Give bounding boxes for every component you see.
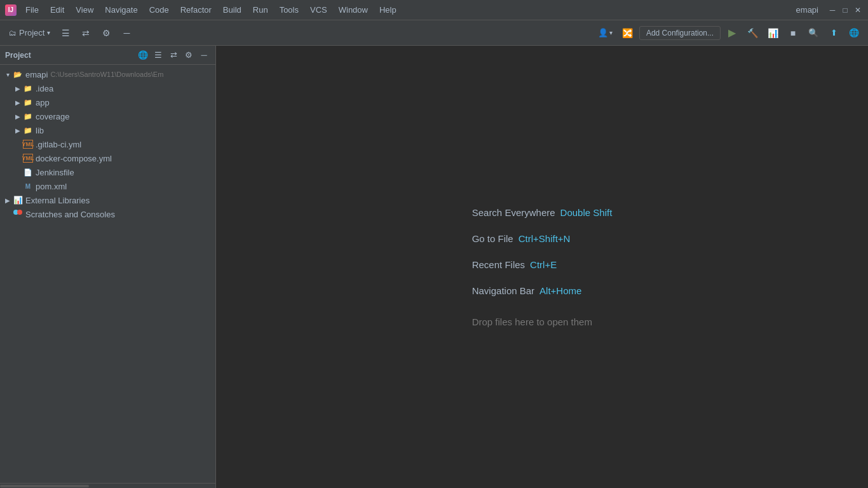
menu-bar: File Edit View Navigate Code Refactor Bu…	[20, 4, 787, 16]
title-bar: IJ File Edit View Navigate Code Refactor…	[0, 0, 868, 20]
tree-item-app[interactable]: ▶ 📁 app	[0, 95, 215, 109]
root-label: emapi	[25, 70, 48, 79]
menu-run[interactable]: Run	[248, 4, 273, 16]
hide-sidebar-btn[interactable]: ─	[118, 24, 135, 42]
navigation-bar-label: Navigation Bar	[472, 285, 534, 296]
external-libraries-label: External Libraries	[25, 196, 90, 205]
coverage-label: coverage	[36, 112, 69, 121]
navigation-bar-row: Navigation Bar Alt+Home	[472, 285, 613, 296]
navigation-bar-shortcut: Alt+Home	[539, 285, 581, 296]
scratches-icon	[13, 209, 23, 219]
minimize-button[interactable]: ─	[827, 5, 837, 15]
menu-tools[interactable]: Tools	[275, 4, 304, 16]
tree-item-coverage[interactable]: ▶ 📁 coverage	[0, 109, 215, 123]
main-layout: Project 🌐 ☰ ⇄ ⚙ ─ ▾ 📂 emapi C:\Users\San…	[0, 46, 868, 488]
coverage-button[interactable]: 📊	[764, 24, 782, 42]
window-title: emapi	[796, 5, 818, 15]
menu-navigate[interactable]: Navigate	[100, 4, 142, 16]
sidebar-locate-btn[interactable]: 🌐	[137, 49, 149, 62]
sidebar: Project 🌐 ☰ ⇄ ⚙ ─ ▾ 📂 emapi C:\Users\San…	[0, 46, 216, 488]
collapse-all-btn[interactable]: ☰	[57, 24, 74, 42]
toolbar-right: 👤 ▾ 🔀 Add Configuration... ▶ 🔨 📊 ■ 🔍 ⬆ 🌐	[594, 24, 863, 42]
menu-file[interactable]: File	[20, 4, 44, 16]
go-to-file-row: Go to File Ctrl+Shift+N	[472, 233, 613, 244]
menu-refactor[interactable]: Refactor	[175, 4, 217, 16]
settings-btn[interactable]: ⚙	[97, 24, 115, 42]
sort-btn[interactable]: ⇄	[77, 24, 95, 42]
drop-files-row: Drop files here to open them	[472, 311, 613, 327]
go-to-file-shortcut: Ctrl+Shift+N	[519, 233, 571, 244]
close-button[interactable]: ✕	[853, 5, 863, 15]
sidebar-header: Project 🌐 ☰ ⇄ ⚙ ─	[0, 46, 215, 65]
project-selector[interactable]: 🗂 Project ▾	[5, 27, 54, 39]
go-to-file-label: Go to File	[472, 233, 513, 244]
search-button[interactable]: 🔍	[804, 24, 822, 42]
sidebar-scrollbar[interactable]	[0, 483, 215, 488]
sidebar-close-btn[interactable]: ─	[198, 49, 210, 62]
run-button[interactable]: ▶	[723, 24, 741, 42]
menu-view[interactable]: View	[71, 4, 98, 16]
scratches-label: Scratches and Consoles	[25, 210, 115, 219]
sidebar-sort-btn[interactable]: ⇄	[167, 49, 180, 62]
coverage-folder-icon: 📁	[23, 111, 33, 121]
tree-item-lib[interactable]: ▶ 📁 lib	[0, 123, 215, 137]
docker-compose-label: docker-compose.yml	[36, 154, 112, 163]
idea-label: .idea	[36, 84, 53, 93]
tree-item-docker-compose[interactable]: YML docker-compose.yml	[0, 151, 215, 165]
jenkinsfile-icon: 📄	[23, 167, 33, 177]
menu-build[interactable]: Build	[218, 4, 247, 16]
lib-folder-icon: 📁	[23, 125, 33, 135]
menu-edit[interactable]: Edit	[45, 4, 69, 16]
sidebar-collapse-btn[interactable]: ☰	[152, 49, 165, 62]
vcs-icon[interactable]: 🔀	[619, 24, 637, 42]
search-everywhere-row: Search Everywhere Double Shift	[472, 207, 613, 218]
root-path: C:\Users\SantroW11\Downloads\Em	[50, 71, 163, 78]
menu-vcs[interactable]: VCS	[305, 4, 332, 16]
coverage-arrow-icon: ▶	[13, 111, 23, 121]
docker-compose-file-icon: YML	[23, 154, 33, 163]
sidebar-title: Project	[5, 51, 134, 60]
gitlab-ci-file-icon: YML	[23, 140, 33, 149]
tree-item-external-libraries[interactable]: ▶ 📊 External Libraries	[0, 193, 215, 207]
update-button[interactable]: ⬆	[825, 24, 843, 42]
jetbrains-button[interactable]: 🌐	[845, 24, 863, 42]
idea-folder-icon: 📁	[23, 83, 33, 93]
tree-item-gitlab-ci[interactable]: YML .gitlab-ci.yml	[0, 137, 215, 151]
recent-files-shortcut: Ctrl+E	[530, 259, 557, 270]
app-logo: IJ	[5, 4, 17, 16]
app-label: app	[36, 98, 50, 107]
account-button[interactable]: 👤 ▾	[594, 27, 616, 39]
jenkinsfile-label: Jenkinsfile	[36, 168, 74, 177]
menu-window[interactable]: Window	[334, 4, 373, 16]
menu-help[interactable]: Help	[374, 4, 402, 16]
project-label: Project	[19, 28, 44, 37]
idea-arrow-icon: ▶	[13, 83, 23, 93]
recent-files-row: Recent Files Ctrl+E	[472, 259, 613, 270]
add-configuration-button[interactable]: Add Configuration...	[639, 26, 721, 40]
toolbar: 🗂 Project ▾ ☰ ⇄ ⚙ ─ 👤 ▾ 🔀 Add Configurat…	[0, 20, 868, 46]
tree-item-jenkinsfile[interactable]: 📄 Jenkinsfile	[0, 165, 215, 179]
stop-button[interactable]: ■	[784, 24, 802, 42]
search-everywhere-shortcut: Double Shift	[560, 207, 613, 218]
sidebar-settings-btn[interactable]: ⚙	[182, 49, 195, 62]
root-folder-icon: 📂	[13, 69, 23, 79]
build-button[interactable]: 🔨	[743, 24, 761, 42]
editor-area: Search Everywhere Double Shift Go to Fil…	[216, 46, 868, 488]
scrollbar-thumb[interactable]	[0, 485, 89, 487]
external-libraries-arrow-icon: ▶	[3, 195, 13, 205]
pom-label: pom.xml	[36, 182, 67, 191]
tree-item-idea[interactable]: ▶ 📁 .idea	[0, 81, 215, 95]
maximize-button[interactable]: □	[840, 5, 850, 15]
lib-arrow-icon: ▶	[13, 125, 23, 135]
root-arrow-icon: ▾	[3, 69, 13, 79]
window-controls: ─ □ ✕	[827, 5, 863, 15]
tree-root-emapi[interactable]: ▾ 📂 emapi C:\Users\SantroW11\Downloads\E…	[0, 67, 215, 81]
app-folder-icon: 📁	[23, 97, 33, 107]
menu-code[interactable]: Code	[144, 4, 174, 16]
lib-label: lib	[36, 126, 44, 135]
tree-item-scratches[interactable]: Scratches and Consoles	[0, 207, 215, 221]
svg-point-1	[17, 210, 22, 215]
tree-item-pom[interactable]: M pom.xml	[0, 179, 215, 193]
search-everywhere-label: Search Everywhere	[472, 207, 555, 218]
project-tree: ▾ 📂 emapi C:\Users\SantroW11\Downloads\E…	[0, 65, 215, 483]
